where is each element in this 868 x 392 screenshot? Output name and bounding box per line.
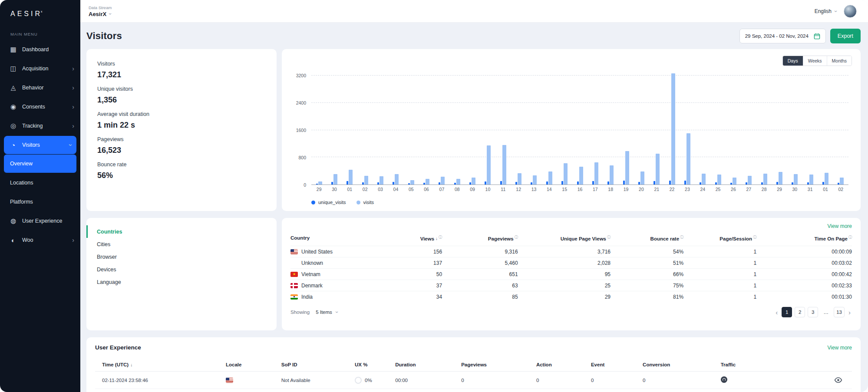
pagination-prev-icon[interactable]: ‹ [774,309,779,316]
ux-column-header-action[interactable]: Action [536,362,591,367]
pagination-page-2[interactable]: 2 [795,307,805,317]
column-header-pageviews[interactable]: Pageviewsⓘ [442,235,518,241]
ux-column-header-pageviews[interactable]: Pageviews [461,362,536,367]
sidebar-item-user-experience[interactable]: ◍User Experience [0,211,80,231]
visits-bar[interactable] [380,176,383,184]
unique-visits-bar[interactable] [822,182,824,184]
chart-tab-weeks[interactable]: Weeks [803,56,827,66]
visits-bar[interactable] [487,145,491,184]
visits-bar[interactable] [779,172,782,184]
visits-bar[interactable] [794,174,798,184]
user-avatar[interactable] [844,5,857,18]
unique-visits-bar[interactable] [561,181,563,184]
dimension-tab-devices[interactable]: Devices [86,263,277,276]
ux-column-header-time-utc[interactable]: Time (UTC)↓ [102,362,226,367]
column-header-country[interactable]: Country [290,235,375,240]
visits-bar[interactable] [686,133,690,184]
unique-visits-bar[interactable] [500,181,502,184]
visits-bar[interactable] [733,178,736,184]
visits-bar[interactable] [625,151,629,184]
dimension-tab-browser[interactable]: Browser [86,250,277,263]
visits-bar[interactable] [533,175,537,184]
ux-column-header-locale[interactable]: Locale [226,362,281,367]
data-stream-selector[interactable]: Data Stream AesirX › [89,5,112,17]
visits-bar[interactable] [840,178,844,184]
column-header-unique-page-views[interactable]: Unique Page Viewsⓘ [518,235,611,241]
visits-bar[interactable] [671,73,675,184]
dimension-tab-language[interactable]: Language [86,276,277,288]
unique-visits-bar[interactable] [347,181,348,184]
aesirx-logo[interactable]: AESIRˣ [0,0,80,25]
visits-bar[interactable] [594,162,598,184]
ux-column-header-ux[interactable]: UX % [355,362,395,367]
visits-bar[interactable] [763,174,767,184]
unique-visits-bar[interactable] [638,182,640,184]
ux-column-header-sop-id[interactable]: SoP ID [281,362,355,367]
unique-visits-bar[interactable] [454,183,456,184]
ux-view-more-link[interactable]: View more [828,345,852,351]
visits-bar[interactable] [702,174,706,184]
unique-visits-bar[interactable] [531,182,532,184]
visits-bar[interactable] [410,180,414,184]
unique-visits-bar[interactable] [377,182,379,184]
visits-bar[interactable] [717,175,721,184]
visits-bar[interactable] [809,175,813,184]
chart-tab-months[interactable]: Months [827,56,851,66]
column-header-time-on-page[interactable]: Time On Pageⓘ [756,235,852,241]
visits-bar[interactable] [610,165,614,184]
visits-bar[interactable] [518,173,521,184]
pagination-page-1[interactable]: 1 [782,307,792,317]
sidebar-item-behavior[interactable]: ◬Behavior› [0,78,80,97]
pagination-next-icon[interactable]: › [847,309,852,316]
visits-bar[interactable] [349,170,353,184]
unique-visits-bar[interactable] [362,182,364,184]
unique-visits-bar[interactable] [730,183,732,184]
unique-visits-bar[interactable] [623,181,625,184]
unique-visits-bar[interactable] [393,182,394,184]
sidebar-item-tracking[interactable]: ◎Tracking› [0,116,80,135]
unique-visits-bar[interactable] [807,182,809,184]
column-header-views[interactable]: Views↓ⓘ [375,235,442,241]
sidebar-item-woo[interactable]: ◐Woo› [0,231,80,250]
unique-visits-bar[interactable] [331,182,333,184]
unique-visits-bar[interactable] [515,182,517,184]
visits-bar[interactable] [395,174,399,184]
unique-visits-bar[interactable] [439,182,440,184]
date-range-picker[interactable]: 29 Sep, 2024 - 02 Nov, 2024 [739,29,826,43]
unique-visits-bar[interactable] [408,183,410,184]
language-selector[interactable]: English › [815,8,837,14]
unique-visits-bar[interactable] [684,181,686,184]
unique-visits-bar[interactable] [546,181,548,184]
dimension-tab-cities[interactable]: Cities [86,238,277,250]
unique-visits-bar[interactable] [792,182,793,184]
visits-bar[interactable] [579,167,583,184]
visits-bar[interactable] [825,173,828,184]
visits-bar[interactable] [502,145,506,184]
pagination-page-3[interactable]: 3 [808,307,818,317]
unique-visits-bar[interactable] [485,181,486,184]
view-details-eye-button[interactable] [834,377,852,383]
ux-column-header-duration[interactable]: Duration [395,362,461,367]
unique-visits-bar[interactable] [607,181,609,184]
sidebar-item-dashboard[interactable]: ▦Dashboard [0,40,80,59]
visits-bar[interactable] [456,179,460,184]
sidebar-item-locations[interactable]: Locations [0,173,80,192]
unique-visits-bar[interactable] [746,182,747,184]
ux-column-header-event[interactable]: Event [591,362,643,367]
unique-visits-bar[interactable] [669,181,671,184]
unique-visits-bar[interactable] [653,181,655,184]
column-header-bounce-rate[interactable]: Bounce rateⓘ [611,235,683,241]
visits-bar[interactable] [564,163,568,184]
unique-visits-bar[interactable] [423,183,425,184]
unique-visits-bar[interactable] [316,184,318,184]
visits-bar[interactable] [748,176,752,184]
column-header-page-session[interactable]: Page/Sessionⓘ [683,235,756,241]
visits-bar[interactable] [548,171,552,184]
unique-visits-bar[interactable] [577,181,579,184]
countries-view-more-link[interactable]: View more [828,223,852,229]
unique-visits-bar[interactable] [715,182,717,184]
visits-bar[interactable] [364,176,368,184]
ux-column-header-conversion[interactable]: Conversion [643,362,721,367]
unique-visits-bar[interactable] [469,182,471,184]
visits-bar[interactable] [426,179,429,184]
